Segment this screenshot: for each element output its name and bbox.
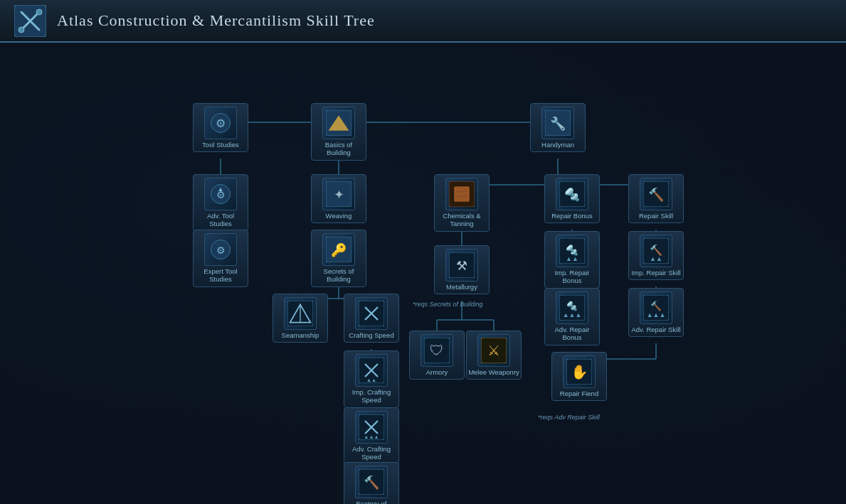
svg-text:▲▲: ▲▲ <box>566 255 578 262</box>
svg-rect-47 <box>454 186 470 202</box>
svg-text:🛡: 🛡 <box>430 343 444 358</box>
skill-icon-chemicals-tanning <box>445 178 478 210</box>
skill-icon-basics-of-building <box>322 107 355 139</box>
skill-node-seamanship[interactable]: Seamanship <box>273 294 328 343</box>
skill-label-imp-crafting-speed: Imp. Crafting Speed <box>346 388 397 404</box>
logo-icon <box>14 5 46 37</box>
skill-icon-metallurgy: ⚒ <box>445 249 478 282</box>
svg-text:⚙: ⚙ <box>216 245 226 256</box>
svg-text:▲▲: ▲▲ <box>366 377 376 383</box>
skill-node-repair-fiend[interactable]: ✋Repair Fiend <box>551 352 607 401</box>
skill-node-tool-studies[interactable]: ⚙Tool Studies <box>193 103 248 152</box>
svg-text:🔩: 🔩 <box>566 244 578 257</box>
skill-node-esotory-of-building[interactable]: 🔨Esotery of Building <box>344 462 399 504</box>
skill-label-imp-repair-skill: Imp. Repair Skill <box>631 269 680 277</box>
skill-icon-repair-fiend: ✋ <box>563 355 596 388</box>
svg-text:🔨: 🔨 <box>650 244 662 257</box>
svg-text:⚙: ⚙ <box>216 117 226 130</box>
skill-node-adv-tool-studies[interactable]: ⚙▲Adv. Tool Studies <box>193 174 248 232</box>
svg-text:▲▲▲: ▲▲▲ <box>647 311 666 318</box>
skill-label-imp-repair-bonus: Imp. Repair Bonus <box>546 269 598 285</box>
skill-node-chemicals-tanning[interactable]: Chemicals & Tanning <box>434 174 490 232</box>
skill-icon-melee-weaponry: ⚔ <box>477 334 510 367</box>
page-title: Atlas Construction & Mercantilism Skill … <box>57 11 375 30</box>
skill-icon-repair-skill: 🔨 <box>640 178 672 210</box>
skill-node-melee-weaponry[interactable]: ⚔Melee Weaponry <box>466 331 522 380</box>
skill-tree: ⚙Tool StudiesBasics of Building🔧Handyman… <box>0 43 846 504</box>
skill-label-esotory-of-building: Esotery of Building <box>346 500 397 504</box>
skill-label-secrets-of-building: Secrets of Building <box>313 267 364 284</box>
skill-label-adv-tool-studies: Adv. Tool Studies <box>195 212 246 228</box>
skill-node-metallurgy[interactable]: ⚒Metallurgy <box>434 245 490 294</box>
skill-label-adv-repair-skill: Adv. Repair Skill <box>632 326 681 333</box>
skill-label-metallurgy: Metallurgy <box>446 283 477 291</box>
svg-text:🔩: 🔩 <box>566 301 578 312</box>
skill-icon-crafting-speed <box>355 297 388 330</box>
skill-label-seamanship: Seamanship <box>282 331 319 339</box>
app: Atlas Construction & Mercantilism Skill … <box>0 0 846 504</box>
skill-icon-expert-tool-studies: ⚙ <box>204 233 237 266</box>
skill-node-imp-crafting-speed[interactable]: ▲▲Imp. Crafting Speed <box>344 350 399 408</box>
skill-label-melee-weaponry: Melee Weaponry <box>468 368 519 376</box>
svg-text:🔨: 🔨 <box>648 187 665 203</box>
skill-icon-handyman: 🔧 <box>541 107 574 139</box>
skill-label-crafting-speed: Crafting Speed <box>349 331 393 339</box>
skill-node-repair-skill[interactable]: 🔨Repair Skill <box>628 174 684 223</box>
skill-node-crafting-speed[interactable]: Crafting Speed <box>344 294 399 343</box>
skill-node-armory[interactable]: 🛡Armory <box>409 331 465 380</box>
svg-text:⚔: ⚔ <box>487 343 500 358</box>
svg-text:🔨: 🔨 <box>650 301 662 312</box>
skill-label-repair-fiend: Repair Fiend <box>560 390 598 397</box>
svg-text:🔩: 🔩 <box>564 187 581 203</box>
skill-icon-weaving: ✦ <box>322 178 355 210</box>
skill-label-repair-bonus: Repair Bonus <box>551 212 593 220</box>
skill-label-weaving: Weaving <box>326 212 352 220</box>
skill-icon-secrets-of-building: 🔑 <box>322 233 355 266</box>
skill-node-imp-repair-bonus[interactable]: 🔩▲▲Imp. Repair Bonus <box>544 231 600 289</box>
svg-text:▲: ▲ <box>218 186 224 193</box>
header: Atlas Construction & Mercantilism Skill … <box>0 0 846 43</box>
svg-text:⚒: ⚒ <box>456 259 467 273</box>
skill-label-repair-skill: Repair Skill <box>639 212 673 220</box>
svg-point-3 <box>18 27 24 33</box>
skill-node-adv-crafting-speed[interactable]: ▲▲▲Adv. Crafting Speed <box>344 407 399 465</box>
skill-label-adv-repair-bonus: Adv. Repair Bonus <box>546 326 598 342</box>
svg-text:✦: ✦ <box>334 188 344 202</box>
repair-fiend-note: *reqs Adv Repair Skill <box>538 414 600 421</box>
skill-node-imp-repair-skill[interactable]: 🔨▲▲Imp. Repair Skill <box>628 231 684 280</box>
metallurgy-note: *reqs Secrets of Building <box>413 301 483 308</box>
skill-node-expert-tool-studies[interactable]: ⚙Expert Tool Studies <box>193 230 248 287</box>
skill-label-tool-studies: Tool Studies <box>202 141 239 149</box>
skill-icon-tool-studies: ⚙ <box>204 107 237 139</box>
skill-label-basics-of-building: Basics of Building <box>313 141 364 157</box>
skill-label-handyman: Handyman <box>541 141 574 149</box>
skill-icon-esotory-of-building: 🔨 <box>355 466 388 498</box>
svg-text:▲▲▲: ▲▲▲ <box>364 434 379 440</box>
skill-node-adv-repair-bonus[interactable]: 🔩▲▲▲Adv. Repair Bonus <box>544 288 600 345</box>
skill-icon-adv-tool-studies: ⚙▲ <box>204 178 237 210</box>
skill-icon-repair-bonus: 🔩 <box>556 178 588 210</box>
skill-node-basics-of-building[interactable]: Basics of Building <box>311 103 366 161</box>
skill-icon-adv-crafting-speed: ▲▲▲ <box>355 411 388 444</box>
skill-node-weaving[interactable]: ✦Weaving <box>311 174 366 223</box>
skill-icon-imp-repair-skill: 🔨▲▲ <box>640 235 672 267</box>
connection-lines <box>0 43 846 504</box>
skill-icon-adv-repair-bonus: 🔩▲▲▲ <box>556 291 588 324</box>
skill-icon-seamanship <box>284 297 317 330</box>
skill-node-repair-bonus[interactable]: 🔩Repair Bonus <box>544 174 600 223</box>
skill-icon-adv-repair-skill: 🔨▲▲▲ <box>640 291 672 324</box>
skill-label-adv-crafting-speed: Adv. Crafting Speed <box>346 445 397 461</box>
skill-icon-armory: 🛡 <box>421 334 453 367</box>
svg-text:🔨: 🔨 <box>364 475 380 490</box>
svg-text:🔧: 🔧 <box>550 116 566 132</box>
skill-node-adv-repair-skill[interactable]: 🔨▲▲▲Adv. Repair Skill <box>628 288 684 337</box>
skill-icon-imp-repair-bonus: 🔩▲▲ <box>556 235 588 267</box>
skill-label-armory: Armory <box>426 368 448 376</box>
svg-text:✋: ✋ <box>571 363 588 380</box>
skill-node-secrets-of-building[interactable]: 🔑Secrets of Building <box>311 230 366 287</box>
skill-node-handyman[interactable]: 🔧Handyman <box>530 103 586 152</box>
svg-text:▲▲▲: ▲▲▲ <box>563 311 582 318</box>
skill-icon-imp-crafting-speed: ▲▲ <box>355 354 388 387</box>
svg-text:▲▲: ▲▲ <box>650 255 662 262</box>
skill-label-chemicals-tanning: Chemicals & Tanning <box>436 212 487 228</box>
